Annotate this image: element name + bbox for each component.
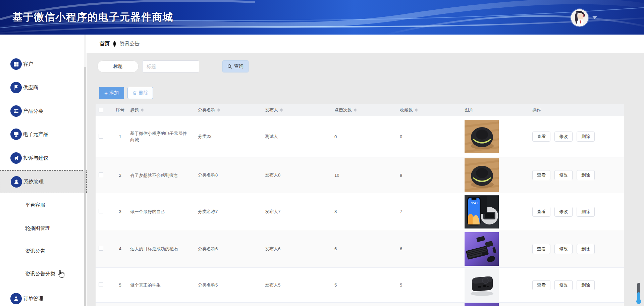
search-input[interactable] <box>142 60 199 72</box>
cell-index: 5 <box>111 283 129 288</box>
delete-button[interactable]: 删除 <box>577 207 595 217</box>
sidebar-item-platform-service[interactable]: 平台客服 <box>0 194 87 216</box>
sort-carets-icon[interactable] <box>141 108 144 112</box>
edit-button[interactable]: 修改 <box>554 244 573 254</box>
delete-button[interactable]: 删除 <box>577 132 595 142</box>
sort-carets-icon[interactable] <box>415 108 418 112</box>
cell-actions: 查看修改删除 <box>532 207 624 217</box>
row-image-phone-car-mount[interactable]: 9:41 <box>465 195 499 228</box>
sidebar-item-order-management[interactable]: 订单管理 <box>0 287 87 306</box>
row-image-purple-product[interactable] <box>465 303 499 306</box>
cell-index: 3 <box>111 209 129 214</box>
column-header-label: 发布人 <box>265 107 278 113</box>
sidebar-item-label: 产品分类 <box>23 108 43 114</box>
view-button[interactable]: 查看 <box>532 207 550 217</box>
page-title: 基于微信小程序的电子元器件商城 <box>12 10 173 24</box>
breadcrumb: 首页 资讯公告 <box>87 35 644 53</box>
select-all-checkbox[interactable] <box>99 108 103 112</box>
sidebar-scrollbar-thumb[interactable] <box>84 67 86 306</box>
column-header-label: 分类名称 <box>198 107 215 113</box>
column-header-category[interactable]: 分类名称 <box>196 107 263 113</box>
sidebar-item-product-category[interactable]: 产品分类 <box>0 100 87 122</box>
column-header-label: 操作 <box>532 107 541 113</box>
sidebar-item-suppliers[interactable]: 供应商 <box>0 76 87 99</box>
user-avatar[interactable] <box>571 9 588 27</box>
sidebar-scrollbar[interactable] <box>84 35 86 306</box>
view-button[interactable]: 查看 <box>532 244 550 254</box>
row-image-black-powerbank[interactable] <box>465 268 499 302</box>
row-checkbox[interactable] <box>99 282 103 287</box>
edit-button[interactable]: 修改 <box>554 280 573 290</box>
edit-button[interactable]: 修改 <box>554 207 573 217</box>
cell-image <box>461 158 532 192</box>
sliders-icon <box>10 105 22 117</box>
edit-button[interactable]: 修改 <box>554 170 573 180</box>
cell-title: 有了梦想就不会感到疲惫 <box>129 172 196 178</box>
sidebar-item-label: 轮播图管理 <box>25 225 50 232</box>
cell-index: 2 <box>111 173 129 178</box>
row-checkbox[interactable] <box>99 134 103 139</box>
sidebar-item-electronic-products[interactable]: 电子元产品 <box>0 123 87 146</box>
sort-carets-icon[interactable] <box>354 108 357 112</box>
row-checkbox[interactable] <box>99 172 103 177</box>
page-scroll-indicator[interactable] <box>637 283 641 304</box>
sidebar-item-label: 资讯公告 <box>25 248 45 254</box>
sidebar-item-label: 平台客服 <box>25 202 45 208</box>
row-image-black-knob-on-wood[interactable] <box>465 120 499 153</box>
cell-category: 分类名称7 <box>196 209 263 215</box>
column-header-favorites[interactable]: 收藏数 <box>396 107 461 113</box>
flag-icon <box>10 82 22 93</box>
page-scroll-knob[interactable] <box>636 299 641 304</box>
cell-favorites: 9 <box>396 173 461 178</box>
sort-carets-icon[interactable] <box>217 108 220 112</box>
column-header-title[interactable]: 标题 <box>129 107 196 113</box>
delete-button[interactable]: 删除 <box>577 244 595 254</box>
view-button[interactable]: 查看 <box>532 280 550 290</box>
cell-image <box>461 268 532 302</box>
sidebar-item-complaints-suggestions[interactable]: 投诉与建议 <box>0 147 87 169</box>
cell-category: 分类22 <box>196 134 263 140</box>
search-icon <box>227 64 232 69</box>
row-image-black-knob-on-wood[interactable] <box>465 158 499 192</box>
sidebar-item-news-announcement-category[interactable]: 资讯公告分类 <box>0 262 87 285</box>
breadcrumb-home[interactable]: 首页 <box>100 41 110 47</box>
sort-carets-icon[interactable] <box>280 108 283 112</box>
cell-category: 分类名称5 <box>196 282 263 288</box>
add-button-label: 添加 <box>109 90 119 96</box>
view-button[interactable]: 查看 <box>532 132 550 142</box>
cell-actions: 查看修改删除 <box>532 132 624 142</box>
user-menu-caret-icon[interactable] <box>592 16 597 19</box>
cell-image <box>461 232 532 266</box>
app-header: 基于微信小程序的电子元器件商城 <box>0 0 644 35</box>
sidebar-item-customers[interactable]: 客户 <box>0 53 87 75</box>
filter-field-button[interactable]: 标题 <box>97 60 139 72</box>
sidebar-item-carousel-management[interactable]: 轮播图管理 <box>0 217 87 240</box>
edit-button[interactable]: 修改 <box>554 132 573 142</box>
query-button[interactable]: 查询 <box>222 60 249 72</box>
sidebar-item-system-management[interactable]: 系统管理 <box>0 170 87 193</box>
cell-clicks: 10 <box>330 173 396 178</box>
cell-actions: 查看修改删除 <box>532 280 624 290</box>
column-header-publisher[interactable]: 发布人 <box>263 107 330 113</box>
delete-button[interactable]: 删除 <box>577 280 595 290</box>
sidebar-item-news-announcement[interactable]: 资讯公告 <box>0 240 87 262</box>
add-button[interactable]: + 添加 <box>99 87 124 99</box>
row-checkbox[interactable] <box>99 246 103 251</box>
cell-clicks: 5 <box>330 283 396 288</box>
batch-delete-button[interactable]: 删除 <box>127 87 153 99</box>
column-header-label: 序号 <box>116 107 124 113</box>
column-header-actions: 操作 <box>532 107 624 113</box>
cell-title: 做个真正的学生 <box>129 282 196 288</box>
table-header-row: 序号标题分类名称发布人点击次数收藏数图片操作 <box>96 104 624 116</box>
column-header-label: 点击次数 <box>334 107 352 113</box>
column-header-check[interactable] <box>96 108 111 112</box>
view-button[interactable]: 查看 <box>532 170 550 180</box>
delete-button[interactable]: 删除 <box>577 170 595 180</box>
breadcrumb-current: 资讯公告 <box>119 41 140 47</box>
column-header-clicks[interactable]: 点击次数 <box>330 107 396 113</box>
sidebar: 客户供应商产品分类电子元产品投诉与建议系统管理平台客服轮播图管理资讯公告资讯公告… <box>0 35 87 306</box>
cell-favorites: 0 <box>396 134 461 139</box>
row-checkbox[interactable] <box>99 209 103 213</box>
row-image-keyboard-mouse-purple[interactable] <box>465 232 499 266</box>
monitor-icon <box>10 129 22 140</box>
